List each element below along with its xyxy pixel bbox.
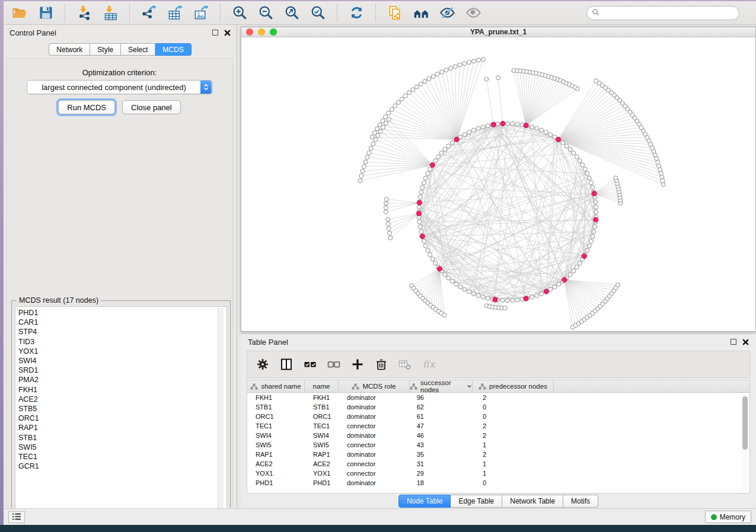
- table-row[interactable]: TEC1TEC1connector472: [247, 421, 749, 431]
- select-all-rows-button[interactable]: [299, 353, 321, 376]
- tab-network[interactable]: Network: [49, 43, 90, 56]
- cell-mcds-role: connector: [339, 470, 410, 477]
- mcds-result-item[interactable]: SRD1: [18, 366, 227, 375]
- tab-mcds[interactable]: MCDS: [155, 43, 191, 56]
- tab-select[interactable]: Select: [121, 43, 155, 56]
- float-table-panel-button[interactable]: [731, 339, 736, 345]
- mcds-result-item[interactable]: YOX1: [18, 347, 227, 356]
- mcds-result-item[interactable]: CAR1: [18, 318, 227, 327]
- table-settings-icon: [256, 357, 270, 371]
- zoom-fit-button[interactable]: [280, 3, 303, 23]
- table-scrollbar-thumb[interactable]: [742, 396, 748, 450]
- task-history-button[interactable]: [8, 511, 25, 523]
- network-canvas[interactable]: [241, 37, 755, 331]
- network-view-window: YPA_prune.txt_1: [241, 27, 756, 332]
- mcds-result-item[interactable]: FKH1: [18, 385, 227, 395]
- show-all-button[interactable]: [462, 3, 484, 23]
- table-row[interactable]: SWI5SWI5connector431: [247, 440, 749, 450]
- mcds-result-item[interactable]: SWI5: [18, 443, 227, 452]
- export-table-button[interactable]: [164, 3, 186, 23]
- select-stepper-icon: [200, 81, 212, 94]
- mcds-result-item[interactable]: GCR1: [18, 462, 227, 471]
- cell-shared-name: SWI5: [247, 441, 305, 448]
- apply-function-button: f(x): [418, 353, 439, 376]
- table-settings-button[interactable]: [252, 353, 273, 376]
- tab-style[interactable]: Style: [90, 43, 121, 56]
- tab-motifs[interactable]: Motifs: [563, 495, 598, 508]
- mcds-result-item[interactable]: PMA2: [18, 375, 227, 384]
- column-header-mcds-role[interactable]: MCDS role: [339, 380, 410, 392]
- mcds-result-item[interactable]: STB1: [18, 433, 227, 443]
- mcds-result-item[interactable]: SWI4: [18, 356, 227, 366]
- import-table-button[interactable]: [99, 3, 122, 23]
- table-row[interactable]: RAP1RAP1dominator352: [247, 450, 749, 459]
- export-network-button[interactable]: [138, 3, 160, 23]
- svg-text:f(x): f(x): [423, 359, 436, 370]
- tab-node-table[interactable]: Node Table: [398, 495, 451, 508]
- column-header-name[interactable]: name: [305, 380, 339, 392]
- mcds-result-item[interactable]: TEC1: [18, 452, 227, 462]
- export-image-button[interactable]: [190, 3, 212, 23]
- table-row[interactable]: STB1STB1dominator620: [247, 402, 749, 412]
- mcds-result-item[interactable]: TID3: [18, 337, 227, 347]
- cell-mcds-role: connector: [339, 441, 410, 448]
- mcds-result-item[interactable]: STB5: [18, 404, 227, 414]
- first-neighbors-button[interactable]: [410, 3, 432, 23]
- table-row[interactable]: YOX1YOX1connector291: [247, 469, 749, 478]
- mcds-result-list[interactable]: PHD1CAR1STP4TID3YOX1SWI4SRD1PMA2FKH1ACE2…: [15, 306, 227, 518]
- show-all-icon: [465, 5, 481, 21]
- delete-rows-button[interactable]: [371, 353, 392, 376]
- copy-network-icon: [387, 5, 403, 21]
- mcds-list-scrollbar[interactable]: [218, 308, 224, 517]
- refresh-button[interactable]: [345, 3, 368, 23]
- delete-rows-icon: [374, 357, 388, 371]
- node-table[interactable]: shared namenameMCDS rolesuccessor nodesp…: [247, 380, 750, 493]
- mcds-result-item[interactable]: STP4: [18, 327, 227, 336]
- import-network-button[interactable]: [73, 3, 95, 23]
- column-header-predecessor-nodes[interactable]: predecessor nodes: [473, 380, 554, 392]
- tab-network-table[interactable]: Network Table: [502, 495, 563, 508]
- table-row[interactable]: FKH1FKH1dominator962: [247, 393, 749, 402]
- close-panel-action-button[interactable]: Close panel: [122, 100, 181, 114]
- search-box[interactable]: [586, 6, 739, 20]
- status-bar: Memory: [4, 508, 756, 525]
- zoom-selected-button[interactable]: [307, 3, 329, 23]
- run-mcds-button[interactable]: Run MCDS: [58, 100, 115, 114]
- add-row-button[interactable]: [347, 353, 368, 376]
- optimization-criterion-select[interactable]: largest connected component (undirected): [27, 80, 213, 94]
- copy-network-button[interactable]: [384, 3, 406, 23]
- table-row[interactable]: PHD1PHD1dominator180: [247, 478, 749, 488]
- mcds-result-item[interactable]: ORC1: [18, 414, 227, 423]
- column-header-shared-name[interactable]: shared name: [247, 380, 305, 392]
- hide-selected-button[interactable]: [436, 3, 458, 23]
- float-panel-button[interactable]: [212, 30, 218, 36]
- zoom-out-icon: [258, 5, 274, 21]
- tab-edge-table[interactable]: Edge Table: [451, 495, 502, 508]
- close-table-panel-button[interactable]: [742, 339, 749, 345]
- table-toolbar: f(x): [247, 351, 750, 378]
- show-columns-button[interactable]: [276, 353, 297, 376]
- float-icon: [212, 30, 218, 36]
- save-session-button[interactable]: [34, 3, 57, 23]
- sort-chevron-icon[interactable]: [467, 384, 472, 388]
- mcds-result-item[interactable]: PHD1: [18, 308, 227, 318]
- import-table-icon: [103, 5, 119, 21]
- mcds-result-item[interactable]: ACE2: [18, 395, 227, 404]
- network-graph[interactable]: [241, 37, 755, 331]
- open-file-button[interactable]: [8, 3, 31, 23]
- column-header-successor-nodes[interactable]: successor nodes: [410, 380, 473, 392]
- cell-predecessor-nodes: 2: [473, 422, 554, 430]
- zoom-in-button[interactable]: [228, 3, 251, 23]
- deselect-all-rows-button[interactable]: [323, 353, 344, 376]
- close-panel-button[interactable]: [224, 30, 231, 36]
- search-input[interactable]: [599, 7, 739, 19]
- table-row[interactable]: ACE2ACE2connector311: [247, 459, 749, 469]
- close-icon: [224, 30, 231, 36]
- zoom-out-button[interactable]: [254, 3, 277, 23]
- mcds-result-item[interactable]: RAP1: [18, 423, 227, 432]
- table-row[interactable]: ORC1ORC1dominator610: [247, 412, 749, 421]
- memory-button[interactable]: Memory: [705, 511, 751, 523]
- table-scrollbar[interactable]: [742, 394, 748, 492]
- cell-predecessor-nodes: 1: [473, 460, 554, 467]
- table-row[interactable]: SWI4SWI4dominator462: [247, 431, 749, 440]
